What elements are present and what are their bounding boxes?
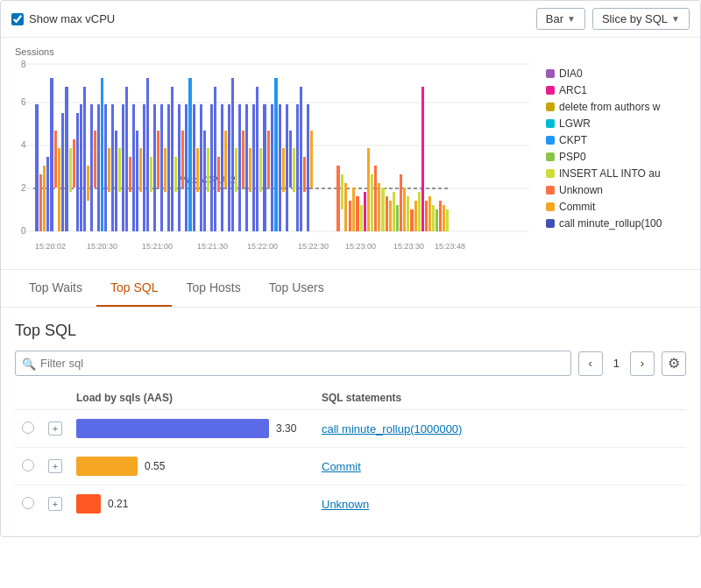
svg-rect-81 xyxy=(282,148,285,192)
chart-main: 0 2 4 6 8 Max vCPU: 2 xyxy=(15,60,535,262)
row-load-0: 3.30 xyxy=(69,410,315,448)
svg-rect-46 xyxy=(157,131,159,188)
tab-top-hosts[interactable]: Top Hosts xyxy=(172,270,254,307)
svg-rect-103 xyxy=(386,196,388,231)
svg-rect-52 xyxy=(178,104,181,231)
svg-rect-36 xyxy=(122,104,124,231)
svg-rect-59 xyxy=(203,131,206,231)
expand-icon-0[interactable]: + xyxy=(48,422,62,436)
legend-color-delete xyxy=(546,103,555,111)
tab-top-sql[interactable]: Top SQL xyxy=(96,270,172,307)
svg-rect-113 xyxy=(421,87,424,231)
row-select-0[interactable] xyxy=(15,410,41,448)
svg-rect-50 xyxy=(171,87,173,231)
legend-item-callminute: call minute_rollup(100 xyxy=(546,217,686,230)
svg-rect-116 xyxy=(432,205,435,231)
main-container: Show max vCPU Bar ▼ Slice by SQL ▼ Sessi… xyxy=(0,0,701,537)
svg-text:15:21:00: 15:21:00 xyxy=(142,242,173,251)
sql-table: Load by sqls (AAS) SQL statements + 3.30… xyxy=(15,386,686,522)
legend-label-arc1: ARC1 xyxy=(559,84,587,96)
svg-rect-53 xyxy=(181,131,184,188)
svg-rect-70 xyxy=(242,131,244,188)
svg-rect-60 xyxy=(207,148,209,192)
row-select-2[interactable] xyxy=(15,485,41,523)
bar-value-2: 0.21 xyxy=(108,498,134,510)
legend-label-lgwr: LGWR xyxy=(559,117,591,130)
svg-text:0: 0 xyxy=(21,226,26,236)
svg-rect-71 xyxy=(245,104,248,231)
svg-rect-68 xyxy=(235,148,237,192)
svg-rect-89 xyxy=(310,131,313,188)
bar-wrap-1: 0.55 xyxy=(76,457,308,476)
legend-label-unknown: Unknown xyxy=(559,184,603,196)
svg-rect-40 xyxy=(136,131,138,231)
col-header-sql: SQL statements xyxy=(315,386,686,410)
sql-link-2[interactable]: Unknown xyxy=(322,498,369,511)
svg-text:4: 4 xyxy=(21,140,26,150)
toolbar-right: Bar ▼ Slice by SQL ▼ xyxy=(536,8,690,30)
radio-0[interactable] xyxy=(22,422,34,434)
chart-svg: 0 2 4 6 8 Max vCPU: 2 xyxy=(15,60,535,262)
svg-rect-102 xyxy=(381,188,385,231)
legend-item-unknown: Unknown xyxy=(546,184,686,196)
slice-by-dropdown[interactable]: Slice by SQL ▼ xyxy=(592,8,690,30)
table-row: + 0.21 Unknown xyxy=(15,485,686,523)
svg-text:15:23:30: 15:23:30 xyxy=(393,242,424,251)
svg-rect-23 xyxy=(76,113,79,231)
svg-rect-91 xyxy=(341,174,343,209)
svg-rect-85 xyxy=(296,104,299,231)
svg-text:15:22:00: 15:22:00 xyxy=(247,242,278,251)
svg-rect-104 xyxy=(389,201,392,231)
svg-rect-31 xyxy=(104,104,107,231)
filter-sql-input[interactable] xyxy=(15,351,571,376)
row-expand-0[interactable]: + xyxy=(41,410,69,448)
bar-0 xyxy=(76,419,269,438)
svg-rect-86 xyxy=(300,87,302,231)
svg-rect-110 xyxy=(410,209,414,231)
row-expand-1[interactable]: + xyxy=(41,448,69,485)
legend-color-insert xyxy=(546,169,555,178)
svg-text:15:21:30: 15:21:30 xyxy=(197,242,228,251)
chart-type-label: Bar xyxy=(546,12,563,25)
radio-1[interactable] xyxy=(22,459,34,471)
svg-rect-80 xyxy=(279,104,281,231)
prev-page-button[interactable]: ‹ xyxy=(578,351,603,376)
svg-text:15:23:00: 15:23:00 xyxy=(345,242,376,251)
toolbar: Show max vCPU Bar ▼ Slice by SQL ▼ xyxy=(1,1,700,38)
svg-rect-12 xyxy=(35,104,39,231)
radio-2[interactable] xyxy=(22,497,34,509)
tab-top-waits[interactable]: Top Waits xyxy=(15,270,96,307)
settings-button[interactable]: ⚙ xyxy=(662,351,686,376)
svg-text:6: 6 xyxy=(21,97,26,107)
svg-text:2: 2 xyxy=(21,183,26,193)
svg-rect-17 xyxy=(54,131,57,188)
svg-rect-57 xyxy=(196,148,199,192)
chart-type-dropdown[interactable]: Bar ▼ xyxy=(536,8,585,30)
tab-top-users[interactable]: Top Users xyxy=(255,270,338,307)
sql-link-0[interactable]: call minute_rollup(1000000) xyxy=(322,422,462,436)
legend-label-insert: INSERT ALL INTO au xyxy=(559,167,661,180)
show-max-vcpu-checkbox[interactable] xyxy=(11,13,24,25)
tabs-bar: Top Waits Top SQL Top Hosts Top Users xyxy=(1,270,700,308)
svg-rect-111 xyxy=(414,201,417,231)
tab-top-waits-label: Top Waits xyxy=(29,280,82,294)
expand-icon-2[interactable]: + xyxy=(48,497,62,511)
legend-color-unknown xyxy=(546,186,555,195)
sql-link-1[interactable]: Commit xyxy=(322,460,361,473)
table-header-row: Load by sqls (AAS) SQL statements xyxy=(15,386,686,410)
svg-rect-88 xyxy=(307,104,309,231)
row-select-1[interactable] xyxy=(15,448,41,485)
svg-rect-39 xyxy=(132,104,135,231)
expand-icon-1[interactable]: + xyxy=(48,459,62,473)
svg-rect-45 xyxy=(153,104,156,231)
next-page-button[interactable]: › xyxy=(630,351,655,376)
svg-rect-98 xyxy=(367,148,370,231)
show-max-vcpu-label[interactable]: Show max vCPU xyxy=(11,12,115,25)
svg-rect-41 xyxy=(139,148,142,192)
row-sql-0: call minute_rollup(1000000) xyxy=(315,410,686,448)
svg-rect-74 xyxy=(256,87,258,231)
svg-rect-119 xyxy=(443,205,445,231)
svg-rect-15 xyxy=(46,157,49,231)
row-expand-2[interactable]: + xyxy=(41,485,69,523)
svg-rect-99 xyxy=(371,174,373,231)
